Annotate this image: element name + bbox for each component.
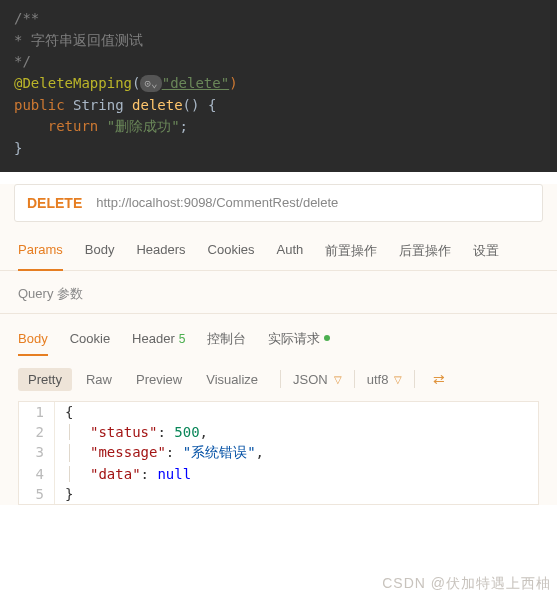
close-brace: } [14, 138, 543, 160]
tab-post-op[interactable]: 后置操作 [399, 234, 451, 270]
comment-line: */ [14, 51, 543, 73]
resp-tab-body[interactable]: Body [18, 325, 48, 356]
comment-line: * 字符串返回值测试 [14, 30, 543, 52]
tab-body[interactable]: Body [85, 234, 115, 270]
return-line: return "删除成功"; [14, 116, 543, 138]
separator [354, 370, 355, 388]
response-body: 1{2"status": 500,3"message": "系统错误",4"da… [18, 401, 539, 505]
json-line: 4"data": null [19, 464, 538, 484]
tab-auth[interactable]: Auth [277, 234, 304, 270]
separator [280, 370, 281, 388]
tab-pre-op[interactable]: 前置操作 [325, 234, 377, 270]
comment-line: /** [14, 8, 543, 30]
line-content: "data": null [55, 464, 191, 484]
param-hint-icon: ⊙⌄ [140, 75, 161, 92]
request-url[interactable]: http://localhost:9098/CommentRest/delete [96, 195, 338, 210]
line-content: { [55, 402, 73, 422]
header-count-badge: 5 [179, 332, 186, 346]
tab-params[interactable]: Params [18, 234, 63, 270]
annotation-line: @DeleteMapping(⊙⌄"delete") [14, 73, 543, 95]
chevron-down-icon: ▽ [334, 374, 342, 385]
line-content: "status": 500, [55, 422, 208, 442]
request-tabs: Params Body Headers Cookies Auth 前置操作 后置… [0, 234, 557, 271]
format-icon[interactable]: ⇄ [427, 371, 451, 387]
view-pretty-button[interactable]: Pretty [18, 368, 72, 391]
json-line: 1{ [19, 402, 538, 422]
annotation: @DeleteMapping [14, 75, 132, 91]
json-line: 5} [19, 484, 538, 504]
watermark: CSDN @伏加特遇上西柚 [382, 575, 551, 593]
line-number: 1 [19, 402, 55, 422]
resp-tab-console[interactable]: 控制台 [207, 324, 246, 358]
request-bar: DELETE http://localhost:9098/CommentRest… [14, 184, 543, 222]
resp-tab-actual[interactable]: 实际请求 [268, 324, 330, 358]
view-preview-button[interactable]: Preview [126, 368, 192, 391]
separator [414, 370, 415, 388]
encoding-select[interactable]: utf8▽ [367, 372, 403, 387]
status-dot-icon [324, 335, 330, 341]
line-number: 2 [19, 422, 55, 442]
format-select[interactable]: JSON▽ [293, 372, 342, 387]
annotation-arg: "delete" [162, 75, 229, 91]
tab-cookies[interactable]: Cookies [208, 234, 255, 270]
tab-settings[interactable]: 设置 [473, 234, 499, 270]
resp-tab-header[interactable]: Header5 [132, 325, 185, 356]
tab-headers[interactable]: Headers [136, 234, 185, 270]
response-toolbar: Pretty Raw Preview Visualize JSON▽ utf8▽… [0, 358, 557, 401]
json-line: 3"message": "系统错误", [19, 442, 538, 464]
view-raw-button[interactable]: Raw [76, 368, 122, 391]
response-tabs: Body Cookie Header5 控制台 实际请求 [0, 314, 557, 358]
chevron-down-icon: ▽ [394, 374, 402, 385]
http-method[interactable]: DELETE [27, 195, 82, 211]
view-visualize-button[interactable]: Visualize [196, 368, 268, 391]
api-client: DELETE http://localhost:9098/CommentRest… [0, 184, 557, 505]
code-editor: /** * 字符串返回值测试 */ @DeleteMapping(⊙⌄"dele… [0, 0, 557, 172]
json-line: 2"status": 500, [19, 422, 538, 442]
line-number: 5 [19, 484, 55, 504]
resp-tab-cookie[interactable]: Cookie [70, 325, 110, 356]
query-params-label: Query 参数 [0, 271, 557, 314]
line-content: "message": "系统错误", [55, 442, 264, 464]
line-number: 3 [19, 442, 55, 464]
method-signature: public String delete() { [14, 95, 543, 117]
line-content: } [55, 484, 73, 504]
line-number: 4 [19, 464, 55, 484]
